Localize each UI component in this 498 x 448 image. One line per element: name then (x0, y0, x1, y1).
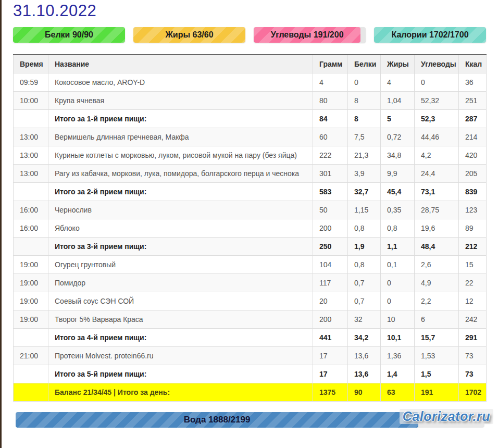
cell-name: Крупа ячневая (48, 92, 313, 110)
cell-carbs: 2,2 (415, 292, 459, 310)
cell-grams: 1375 (313, 383, 348, 402)
food-entry-row[interactable]: 16:00Чернослив501,150,3528,75123 (14, 201, 487, 219)
cell-time: 13:00 (14, 165, 48, 183)
food-entry-row[interactable]: 19:00Огурец грунтовый1040,80,12,615 (14, 256, 487, 274)
cell-fat: 1,04 (381, 92, 415, 110)
cell-grams: 200 (313, 310, 348, 329)
cell-time (14, 383, 48, 402)
cell-grams: 84 (313, 110, 348, 128)
badge-carbs-fill: Углеводы 191/200 (254, 27, 360, 43)
cell-kcal: 205 (459, 165, 487, 183)
cell-kcal: 73 (459, 365, 487, 383)
food-entry-row[interactable]: 13:00Рагу из кабачка, моркови, лука, пом… (14, 165, 487, 183)
food-entry-row[interactable]: 19:00Соевый соус СЭН СОЙ200,702,212 (14, 292, 487, 310)
cell-protein: 8 (348, 110, 381, 128)
cell-protein: 13,6 (348, 347, 381, 365)
cell-name: Итого за 2-й прием пищи: (48, 183, 313, 201)
column-header-carbs: Углеводы (415, 55, 459, 73)
cell-carbs: 28,75 (415, 201, 459, 219)
meal-total-row: Итого за 5-й прием пищи:1713,61,41,573 (14, 365, 487, 383)
water-progress-fill: Вода 1888/2199 (16, 412, 418, 428)
cell-fat: 10 (381, 310, 415, 329)
cell-carbs: 52,3 (415, 110, 459, 128)
calorizator-watermark: Calorizator.ru (400, 409, 493, 424)
cell-grams: 17 (313, 365, 348, 383)
cell-carbs: 6 (415, 310, 459, 329)
meal-total-row: Итого за 2-й прием пищи:58332,745,473,18… (14, 183, 487, 201)
cell-fat: 0 (381, 292, 415, 310)
cell-kcal: 123 (459, 201, 487, 219)
cell-fat: 0,35 (381, 201, 415, 219)
cell-kcal: 22 (459, 274, 487, 292)
cell-protein: 0,8 (348, 219, 381, 238)
food-entry-row[interactable]: 16:00Яблоко2000,80,819,689 (14, 219, 487, 238)
badge-proteins-fill: Белки 90/90 (13, 27, 125, 43)
food-entry-row[interactable]: 19:00Творог 5% Варвара Краса20032106242 (14, 310, 487, 329)
cell-fat: 34,8 (381, 146, 415, 165)
food-entry-row[interactable]: 13:00Вермишель длинная гречневая, Макфа6… (14, 128, 487, 146)
cell-fat: 45,4 (381, 183, 415, 201)
cell-carbs: 0 (415, 73, 459, 92)
cell-protein: 0,7 (348, 292, 381, 310)
cell-grams: 20 (313, 292, 348, 310)
cell-time: 16:00 (14, 219, 48, 238)
cell-protein: 34,2 (348, 329, 381, 347)
food-entry-row[interactable]: 09:59Кокосовое масло, AROY-D404036 (14, 73, 487, 92)
food-entry-row[interactable]: 10:00Крупа ячневая8081,0452,32251 (14, 92, 487, 110)
cell-carbs: 1,5 (415, 365, 459, 383)
cell-name: Соевый соус СЭН СОЙ (48, 292, 313, 310)
badge-proteins-label: Белки 90/90 (45, 30, 93, 40)
cell-time (14, 183, 48, 201)
cell-carbs: 19,6 (415, 219, 459, 238)
page-title-date: 31.10.2022 (13, 1, 498, 21)
cell-protein: 0,8 (348, 256, 381, 274)
meal-total-row: Итого за 3-й прием пищи:2501,91,148,4212 (14, 238, 487, 256)
daily-balance-row: Баланс 21/34/45 | Итого за день:13759063… (14, 383, 487, 402)
cell-kcal: 214 (459, 128, 487, 146)
cell-protein: 1,9 (348, 238, 381, 256)
cell-protein: 3,9 (348, 165, 381, 183)
cell-grams: 441 (313, 329, 348, 347)
cell-time (14, 365, 48, 383)
badge-carbs-label: Углеводы 191/200 (271, 30, 344, 40)
column-header-protein: Белки (348, 55, 381, 73)
water-label: Вода 1888/2199 (184, 415, 251, 425)
cell-carbs: 1,53 (415, 347, 459, 365)
cell-grams: 250 (313, 238, 348, 256)
cell-grams: 104 (313, 256, 348, 274)
cell-carbs: 4,2 (415, 146, 459, 165)
cell-name: Итого за 5-й прием пищи: (48, 365, 313, 383)
food-diary-page: 31.10.2022 Белки 90/90Жиры 63/60Углеводы… (0, 0, 498, 429)
badge-proteins: Белки 90/90 (13, 27, 125, 43)
cell-protein: 21,3 (348, 146, 381, 165)
cell-carbs: 191 (415, 383, 459, 402)
cell-protein: 1,15 (348, 201, 381, 219)
food-entry-row[interactable]: 21:00Протеин Molvest. protein66.ru1713,6… (14, 347, 487, 365)
cell-carbs: 4,9 (415, 274, 459, 292)
badge-fats-label: Жиры 63/60 (165, 30, 213, 40)
cell-grams: 50 (313, 201, 348, 219)
cell-grams: 117 (313, 274, 348, 292)
badge-calories-label: Калории 1702/1700 (391, 30, 468, 40)
food-entry-row[interactable]: 13:00Куриные котлеты с морковью, луком, … (14, 146, 487, 165)
cell-fat: 10,1 (381, 329, 415, 347)
cell-grams: 17 (313, 347, 348, 365)
cell-kcal: 1702 (459, 383, 487, 402)
cell-name: Итого за 1-й прием пищи: (48, 110, 313, 128)
cell-carbs: 24,4 (415, 165, 459, 183)
column-header-name: Название (48, 55, 313, 73)
cell-carbs: 73,1 (415, 183, 459, 201)
cell-time: 13:00 (14, 146, 48, 165)
cell-name: Яблоко (48, 219, 313, 238)
table-header-row: ВремяНазваниеГраммБелкиЖирыУглеводыКкал (14, 55, 487, 73)
cell-time: 10:00 (14, 92, 48, 110)
column-header-grams: Грамм (313, 55, 348, 73)
cell-protein: 0,7 (348, 274, 381, 292)
cell-carbs: 48,4 (415, 238, 459, 256)
cell-kcal: 73 (459, 347, 487, 365)
cell-carbs: 52,32 (415, 92, 459, 110)
column-header-kcal: Ккал (459, 55, 487, 73)
cell-time: 13:00 (14, 128, 48, 146)
cell-grams: 301 (313, 165, 348, 183)
food-entry-row[interactable]: 19:00Помидор1170,704,922 (14, 274, 487, 292)
